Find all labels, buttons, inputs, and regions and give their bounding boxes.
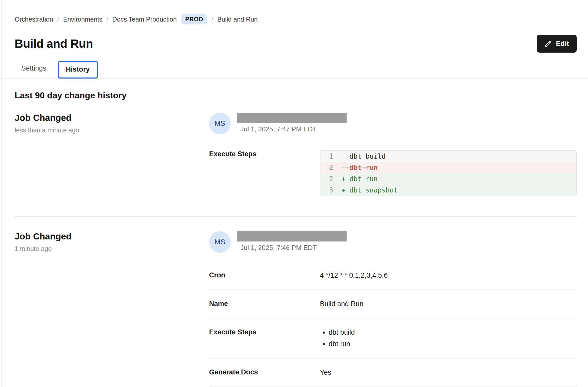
breadcrumb: Orchestration / Environments / Docs Team… xyxy=(15,14,577,24)
change-details: Cron 4 */12 * * 0,1,2,3,4,5,6 Name Build… xyxy=(209,262,577,387)
entry-relative-time: less than a minute ago xyxy=(15,127,209,134)
entry-title: Job Changed xyxy=(15,113,209,123)
pencil-icon xyxy=(544,40,552,48)
entry-timestamp: Jul 1, 2025, 7:47 PM EDT xyxy=(237,125,347,133)
execute-step-item: dbt run xyxy=(329,340,355,348)
execute-steps-list: dbt build dbt run xyxy=(320,328,355,348)
diff-line-number: 1 xyxy=(329,152,341,160)
detail-label: Cron xyxy=(209,271,320,280)
entry-title: Job Changed xyxy=(15,231,209,241)
detail-value: Build and Run xyxy=(320,300,364,308)
edit-button[interactable]: Edit xyxy=(537,35,577,53)
execute-step-item: dbt build xyxy=(329,328,355,337)
entry-timestamp: Jul 1, 2025, 7:46 PM EDT xyxy=(237,244,347,252)
content-left-border xyxy=(1,0,2,387)
breadcrumb-separator: / xyxy=(106,16,108,23)
history-entry-1: Job Changed less than a minute ago MS Ju… xyxy=(15,113,577,216)
env-prod-badge: PROD xyxy=(181,14,207,24)
user-row: MS Jul 1, 2025, 7:47 PM EDT xyxy=(209,113,577,134)
history-entry-2: Job Changed 1 minute ago MS Jul 1, 2025,… xyxy=(15,217,577,387)
diff-line-context: 1dbt build xyxy=(320,151,576,162)
entry-relative-time: 1 minute ago xyxy=(15,245,209,253)
tab-settings[interactable]: Settings xyxy=(19,60,48,78)
detail-label: Name xyxy=(209,300,320,308)
breadcrumb-orchestration[interactable]: Orchestration xyxy=(15,16,53,23)
detail-row-generate-docs: Generate Docs Yes xyxy=(209,359,577,387)
diff-line-added: 3+ dbt snapshot xyxy=(320,185,576,196)
breadcrumb-current: Build and Run xyxy=(217,16,258,23)
breadcrumb-separator: / xyxy=(57,16,59,23)
redacted-user-name xyxy=(237,113,347,123)
detail-label: Execute Steps xyxy=(209,328,320,348)
diff-line-number: 2 xyxy=(329,175,341,183)
detail-value: Yes xyxy=(320,368,331,377)
breadcrumb-environment-name[interactable]: Docs Team Production xyxy=(112,16,177,23)
breadcrumb-environments[interactable]: Environments xyxy=(63,16,102,23)
user-row: MS Jul 1, 2025, 7:46 PM EDT xyxy=(209,231,577,253)
diff-line-code: + dbt snapshot xyxy=(341,186,398,194)
redacted-user-name xyxy=(237,231,347,241)
diff-line-code: + dbt run xyxy=(341,175,378,183)
field-label-execute-steps: Execute Steps xyxy=(209,150,320,196)
page: Orchestration / Environments / Docs Team… xyxy=(0,0,588,387)
page-title: Build and Run xyxy=(15,37,93,51)
edit-button-label: Edit xyxy=(556,40,569,48)
diff-line-added: 2+ dbt run xyxy=(320,173,576,185)
detail-label: Generate Docs xyxy=(209,368,320,377)
tab-bar: Settings History xyxy=(0,60,588,79)
diff-line-number: 2 xyxy=(329,164,341,171)
page-header: Build and Run Edit xyxy=(15,35,577,53)
diff-line-code: dbt build xyxy=(341,152,386,160)
user-avatar: MS xyxy=(209,231,231,253)
detail-row-name: Name Build and Run xyxy=(209,290,577,318)
diff-line-number: 3 xyxy=(329,186,341,194)
detail-row-cron: Cron 4 */12 * * 0,1,2,3,4,5,6 xyxy=(209,262,577,290)
diff-line-code: - dbt run xyxy=(341,164,378,171)
detail-row-execute-steps: Execute Steps dbt build dbt run xyxy=(209,318,577,359)
history-heading: Last 90 day change history xyxy=(15,90,577,100)
diff-line-removed: 2- dbt run xyxy=(320,162,576,173)
execute-steps-diff: 1dbt build 2- dbt run 2+ dbt run 3+ dbt … xyxy=(320,150,577,196)
user-avatar: MS xyxy=(209,113,231,134)
tab-history[interactable]: History xyxy=(58,61,98,79)
detail-value: 4 */12 * * 0,1,2,3,4,5,6 xyxy=(320,271,388,280)
breadcrumb-separator: / xyxy=(211,16,213,23)
detail-value: dbt build dbt run xyxy=(320,328,355,348)
